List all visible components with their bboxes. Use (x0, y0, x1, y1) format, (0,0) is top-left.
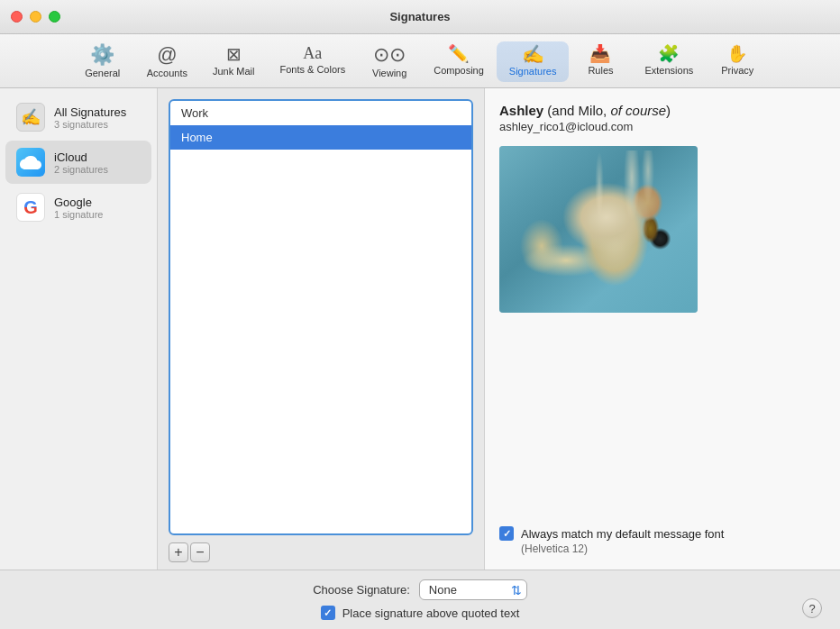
toolbar-item-composing[interactable]: ✏️ Composing (421, 41, 497, 82)
icloud-avatar (16, 148, 45, 177)
help-button[interactable]: ? (802, 598, 822, 618)
toolbar-label-rules: Rules (588, 65, 613, 76)
signature-preview-panel: Ashley (and Milo, of course) ashley_rico… (484, 88, 840, 570)
extensions-icon: 🧩 (658, 45, 680, 62)
rules-icon: 📥 (589, 45, 611, 62)
junk-icon: ⊠ (226, 45, 242, 63)
minimize-button[interactable] (30, 11, 41, 23)
toolbar-label-privacy: Privacy (721, 65, 753, 76)
choose-signature-row: Choose Signature: None Work Home ⇅ (313, 579, 527, 600)
signature-image (499, 146, 698, 313)
sidebar-count-all-signatures: 3 signatures (54, 119, 126, 130)
always-match-label: Always match my default message font (521, 527, 724, 541)
toolbar-item-extensions[interactable]: 🧩 Extensions (632, 41, 706, 82)
window-controls (11, 11, 60, 23)
maximize-button[interactable] (49, 11, 60, 23)
sidebar-item-icloud[interactable]: iCloud 2 signatures (5, 141, 151, 184)
signature-name-bold: Ashley (499, 103, 543, 118)
signature-list: Work Home (169, 99, 473, 535)
signature-list-item-work[interactable]: Work (170, 101, 471, 125)
add-signature-button[interactable]: + (169, 542, 188, 562)
all-sigs-icon: ✍ (21, 107, 41, 127)
sidebar-text-icloud: iCloud 2 signatures (54, 150, 108, 175)
google-avatar: G (16, 193, 45, 222)
google-g-icon: G (23, 197, 38, 218)
signature-name-line: Ashley (and Milo, of course) (499, 103, 826, 118)
always-match-checkbox[interactable] (499, 526, 514, 541)
signature-icon: ✍️ (522, 45, 544, 63)
toolbar-label-accounts: Accounts (147, 68, 187, 78)
place-signature-row: Place signature above quoted text (321, 606, 520, 620)
toolbar-item-junk-mail[interactable]: ⊠ Junk Mail (200, 41, 267, 82)
signature-list-controls: + − (158, 535, 484, 570)
signature-list-item-home[interactable]: Home (170, 125, 471, 150)
compose-icon: ✏️ (448, 45, 470, 62)
toolbar-item-accounts[interactable]: @ Accounts (134, 41, 200, 82)
toolbar-item-privacy[interactable]: ✋ Privacy (706, 41, 769, 82)
toolbar-label-signatures: Signatures (509, 66, 557, 77)
fonts-icon: Aa (303, 45, 322, 61)
close-button[interactable] (11, 11, 23, 23)
toolbar-label-fonts-colors: Fonts & Colors (279, 64, 345, 75)
gear-icon: ⚙️ (90, 45, 114, 65)
place-signature-label: Place signature above quoted text (342, 606, 520, 620)
sig-list-spacer (170, 150, 471, 533)
center-panel: Work Home + − (158, 88, 484, 570)
toolbar-label-junk-mail: Junk Mail (213, 66, 254, 77)
sidebar-item-google[interactable]: G Google 1 signature (5, 186, 151, 229)
signature-name-italic: of course (610, 103, 666, 118)
choose-signature-select[interactable]: None Work Home (419, 579, 527, 600)
glasses-icon: ⊙⊙ (373, 45, 406, 65)
toolbar-label-composing: Composing (434, 65, 484, 76)
toolbar-label-general: General (85, 68, 120, 78)
toolbar-item-viewing[interactable]: ⊙⊙ Viewing (358, 41, 421, 82)
toolbar-item-general[interactable]: ⚙️ General (71, 41, 134, 82)
toolbar: ⚙️ General @ Accounts ⊠ Junk Mail Aa Fon… (0, 34, 840, 88)
choose-signature-select-wrapper: None Work Home ⇅ (419, 579, 527, 600)
sidebar: ✍ All Signatures 3 signatures iCloud 2 s… (0, 88, 158, 570)
toolbar-item-fonts-colors[interactable]: Aa Fonts & Colors (267, 41, 358, 82)
sidebar-count-icloud: 2 signatures (54, 164, 108, 175)
remove-signature-button[interactable]: − (190, 542, 210, 562)
all-signatures-avatar: ✍ (16, 103, 45, 132)
window-title: Signatures (389, 10, 450, 23)
at-icon: @ (157, 45, 177, 65)
helvetica-note: (Helvetica 12) (499, 542, 826, 555)
place-signature-checkbox[interactable] (321, 606, 335, 620)
toolbar-label-viewing: Viewing (372, 68, 406, 78)
titlebar: Signatures (0, 0, 840, 34)
choose-signature-label: Choose Signature: (313, 583, 410, 597)
sidebar-name-all-signatures: All Signatures (54, 105, 126, 119)
bottom-bar: Choose Signature: None Work Home ⇅ Place… (0, 570, 840, 629)
sidebar-count-google: 1 signature (54, 209, 103, 220)
sidebar-text-google: Google 1 signature (54, 196, 103, 220)
sidebar-name-icloud: iCloud (54, 150, 108, 164)
privacy-icon: ✋ (726, 45, 748, 62)
toolbar-item-rules[interactable]: 📥 Rules (569, 41, 632, 82)
main-content: ✍ All Signatures 3 signatures iCloud 2 s… (0, 88, 840, 570)
signature-email: ashley_rico1@icloud.com (499, 120, 826, 133)
bottom-bar-wrapper: Choose Signature: None Work Home ⇅ Place… (0, 570, 840, 629)
sidebar-item-all-signatures[interactable]: ✍ All Signatures 3 signatures (5, 96, 151, 139)
sidebar-name-google: Google (54, 196, 103, 209)
sidebar-text-all-signatures: All Signatures 3 signatures (54, 105, 126, 130)
preview-footer: Always match my default message font (He… (499, 508, 826, 555)
toolbar-item-signatures[interactable]: ✍️ Signatures (497, 41, 570, 82)
always-match-row: Always match my default message font (499, 519, 826, 541)
signature-name-rest: (and Milo, of course) (543, 103, 671, 118)
toolbar-label-extensions: Extensions (644, 65, 693, 76)
